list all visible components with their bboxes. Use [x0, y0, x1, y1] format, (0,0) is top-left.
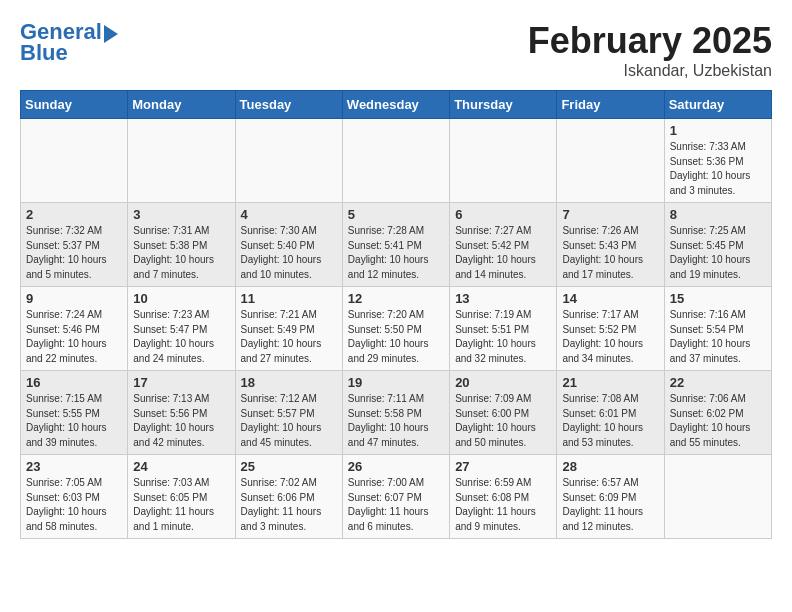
- day-info: Sunrise: 7:30 AMSunset: 5:40 PMDaylight:…: [241, 224, 337, 282]
- day-number: 16: [26, 375, 122, 390]
- day-info: Sunrise: 7:06 AMSunset: 6:02 PMDaylight:…: [670, 392, 766, 450]
- calendar-day-25: 25Sunrise: 7:02 AMSunset: 6:06 PMDayligh…: [235, 455, 342, 539]
- day-number: 9: [26, 291, 122, 306]
- weekday-header-sunday: Sunday: [21, 91, 128, 119]
- calendar-day-3: 3Sunrise: 7:31 AMSunset: 5:38 PMDaylight…: [128, 203, 235, 287]
- day-number: 6: [455, 207, 551, 222]
- day-info: Sunrise: 7:11 AMSunset: 5:58 PMDaylight:…: [348, 392, 444, 450]
- logo-arrow-icon: [104, 25, 118, 43]
- calendar-empty-cell: [21, 119, 128, 203]
- day-info: Sunrise: 7:08 AMSunset: 6:01 PMDaylight:…: [562, 392, 658, 450]
- weekday-header-friday: Friday: [557, 91, 664, 119]
- day-info: Sunrise: 7:00 AMSunset: 6:07 PMDaylight:…: [348, 476, 444, 534]
- weekday-header-wednesday: Wednesday: [342, 91, 449, 119]
- day-number: 10: [133, 291, 229, 306]
- calendar-week-row: 1Sunrise: 7:33 AMSunset: 5:36 PMDaylight…: [21, 119, 772, 203]
- calendar-week-row: 9Sunrise: 7:24 AMSunset: 5:46 PMDaylight…: [21, 287, 772, 371]
- title-block: February 2025 Iskandar, Uzbekistan: [528, 20, 772, 80]
- calendar-title: February 2025: [528, 20, 772, 62]
- weekday-header-thursday: Thursday: [450, 91, 557, 119]
- page-header: General Blue February 2025 Iskandar, Uzb…: [20, 20, 772, 80]
- calendar-day-15: 15Sunrise: 7:16 AMSunset: 5:54 PMDayligh…: [664, 287, 771, 371]
- day-info: Sunrise: 7:17 AMSunset: 5:52 PMDaylight:…: [562, 308, 658, 366]
- calendar-day-13: 13Sunrise: 7:19 AMSunset: 5:51 PMDayligh…: [450, 287, 557, 371]
- day-number: 8: [670, 207, 766, 222]
- day-info: Sunrise: 7:09 AMSunset: 6:00 PMDaylight:…: [455, 392, 551, 450]
- day-info: Sunrise: 7:15 AMSunset: 5:55 PMDaylight:…: [26, 392, 122, 450]
- calendar-day-23: 23Sunrise: 7:05 AMSunset: 6:03 PMDayligh…: [21, 455, 128, 539]
- day-number: 3: [133, 207, 229, 222]
- day-number: 22: [670, 375, 766, 390]
- calendar-day-14: 14Sunrise: 7:17 AMSunset: 5:52 PMDayligh…: [557, 287, 664, 371]
- day-number: 14: [562, 291, 658, 306]
- calendar-day-19: 19Sunrise: 7:11 AMSunset: 5:58 PMDayligh…: [342, 371, 449, 455]
- day-number: 7: [562, 207, 658, 222]
- day-number: 1: [670, 123, 766, 138]
- logo: General Blue: [20, 20, 118, 66]
- calendar-day-18: 18Sunrise: 7:12 AMSunset: 5:57 PMDayligh…: [235, 371, 342, 455]
- weekday-header-tuesday: Tuesday: [235, 91, 342, 119]
- day-number: 11: [241, 291, 337, 306]
- calendar-day-10: 10Sunrise: 7:23 AMSunset: 5:47 PMDayligh…: [128, 287, 235, 371]
- day-number: 24: [133, 459, 229, 474]
- calendar-day-16: 16Sunrise: 7:15 AMSunset: 5:55 PMDayligh…: [21, 371, 128, 455]
- calendar-day-5: 5Sunrise: 7:28 AMSunset: 5:41 PMDaylight…: [342, 203, 449, 287]
- calendar-empty-cell: [557, 119, 664, 203]
- day-info: Sunrise: 6:59 AMSunset: 6:08 PMDaylight:…: [455, 476, 551, 534]
- day-number: 4: [241, 207, 337, 222]
- calendar-week-row: 23Sunrise: 7:05 AMSunset: 6:03 PMDayligh…: [21, 455, 772, 539]
- calendar-empty-cell: [342, 119, 449, 203]
- calendar-day-21: 21Sunrise: 7:08 AMSunset: 6:01 PMDayligh…: [557, 371, 664, 455]
- calendar-day-1: 1Sunrise: 7:33 AMSunset: 5:36 PMDaylight…: [664, 119, 771, 203]
- day-number: 20: [455, 375, 551, 390]
- calendar-day-2: 2Sunrise: 7:32 AMSunset: 5:37 PMDaylight…: [21, 203, 128, 287]
- weekday-header-saturday: Saturday: [664, 91, 771, 119]
- day-info: Sunrise: 7:26 AMSunset: 5:43 PMDaylight:…: [562, 224, 658, 282]
- calendar-day-26: 26Sunrise: 7:00 AMSunset: 6:07 PMDayligh…: [342, 455, 449, 539]
- calendar-day-20: 20Sunrise: 7:09 AMSunset: 6:00 PMDayligh…: [450, 371, 557, 455]
- calendar-location: Iskandar, Uzbekistan: [528, 62, 772, 80]
- calendar-day-11: 11Sunrise: 7:21 AMSunset: 5:49 PMDayligh…: [235, 287, 342, 371]
- calendar-table: SundayMondayTuesdayWednesdayThursdayFrid…: [20, 90, 772, 539]
- day-number: 27: [455, 459, 551, 474]
- day-number: 2: [26, 207, 122, 222]
- day-info: Sunrise: 7:03 AMSunset: 6:05 PMDaylight:…: [133, 476, 229, 534]
- calendar-empty-cell: [664, 455, 771, 539]
- calendar-day-22: 22Sunrise: 7:06 AMSunset: 6:02 PMDayligh…: [664, 371, 771, 455]
- day-number: 28: [562, 459, 658, 474]
- day-number: 13: [455, 291, 551, 306]
- day-info: Sunrise: 7:28 AMSunset: 5:41 PMDaylight:…: [348, 224, 444, 282]
- calendar-day-28: 28Sunrise: 6:57 AMSunset: 6:09 PMDayligh…: [557, 455, 664, 539]
- day-info: Sunrise: 7:32 AMSunset: 5:37 PMDaylight:…: [26, 224, 122, 282]
- day-number: 18: [241, 375, 337, 390]
- calendar-week-row: 16Sunrise: 7:15 AMSunset: 5:55 PMDayligh…: [21, 371, 772, 455]
- calendar-day-9: 9Sunrise: 7:24 AMSunset: 5:46 PMDaylight…: [21, 287, 128, 371]
- calendar-empty-cell: [235, 119, 342, 203]
- day-info: Sunrise: 7:21 AMSunset: 5:49 PMDaylight:…: [241, 308, 337, 366]
- weekday-header-monday: Monday: [128, 91, 235, 119]
- day-number: 23: [26, 459, 122, 474]
- day-info: Sunrise: 7:24 AMSunset: 5:46 PMDaylight:…: [26, 308, 122, 366]
- calendar-empty-cell: [128, 119, 235, 203]
- calendar-day-17: 17Sunrise: 7:13 AMSunset: 5:56 PMDayligh…: [128, 371, 235, 455]
- calendar-day-6: 6Sunrise: 7:27 AMSunset: 5:42 PMDaylight…: [450, 203, 557, 287]
- day-number: 25: [241, 459, 337, 474]
- day-number: 15: [670, 291, 766, 306]
- day-number: 19: [348, 375, 444, 390]
- calendar-empty-cell: [450, 119, 557, 203]
- calendar-day-24: 24Sunrise: 7:03 AMSunset: 6:05 PMDayligh…: [128, 455, 235, 539]
- day-info: Sunrise: 7:16 AMSunset: 5:54 PMDaylight:…: [670, 308, 766, 366]
- day-info: Sunrise: 7:19 AMSunset: 5:51 PMDaylight:…: [455, 308, 551, 366]
- day-info: Sunrise: 7:20 AMSunset: 5:50 PMDaylight:…: [348, 308, 444, 366]
- day-number: 5: [348, 207, 444, 222]
- day-number: 26: [348, 459, 444, 474]
- day-info: Sunrise: 7:33 AMSunset: 5:36 PMDaylight:…: [670, 140, 766, 198]
- day-info: Sunrise: 7:31 AMSunset: 5:38 PMDaylight:…: [133, 224, 229, 282]
- day-info: Sunrise: 7:23 AMSunset: 5:47 PMDaylight:…: [133, 308, 229, 366]
- day-info: Sunrise: 7:02 AMSunset: 6:06 PMDaylight:…: [241, 476, 337, 534]
- day-info: Sunrise: 6:57 AMSunset: 6:09 PMDaylight:…: [562, 476, 658, 534]
- calendar-day-12: 12Sunrise: 7:20 AMSunset: 5:50 PMDayligh…: [342, 287, 449, 371]
- day-info: Sunrise: 7:13 AMSunset: 5:56 PMDaylight:…: [133, 392, 229, 450]
- day-info: Sunrise: 7:27 AMSunset: 5:42 PMDaylight:…: [455, 224, 551, 282]
- calendar-day-7: 7Sunrise: 7:26 AMSunset: 5:43 PMDaylight…: [557, 203, 664, 287]
